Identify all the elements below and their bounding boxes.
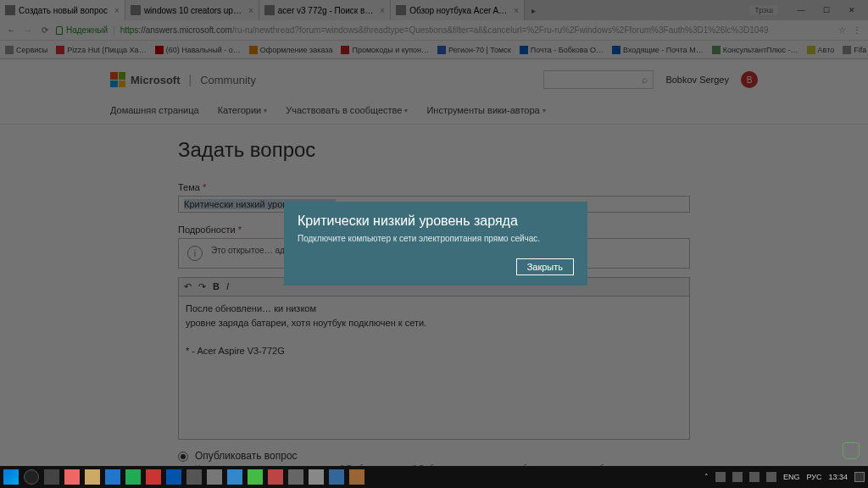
taskview-icon[interactable] bbox=[44, 469, 59, 485]
taskbar-app-icon[interactable] bbox=[125, 469, 141, 485]
taskbar-app-icon[interactable] bbox=[268, 469, 283, 485]
system-tray: ˄ ENG РУС 13:34 bbox=[704, 472, 865, 482]
toast-body: Подключите компьютер к сети электропитан… bbox=[298, 234, 574, 243]
windows-taskbar: ˄ ENG РУС 13:34 bbox=[0, 466, 868, 488]
tray-lang[interactable]: ENG bbox=[783, 473, 800, 481]
taskbar-app-icon[interactable] bbox=[288, 469, 303, 485]
taskbar-app-icon[interactable] bbox=[64, 469, 80, 485]
start-button[interactable] bbox=[3, 469, 19, 485]
taskbar-app-icon[interactable] bbox=[309, 469, 324, 485]
taskbar-app-icon[interactable] bbox=[248, 469, 263, 485]
network-icon[interactable] bbox=[749, 472, 760, 482]
taskbar-app-icon[interactable] bbox=[105, 469, 120, 485]
taskbar-app-icon[interactable] bbox=[349, 469, 364, 485]
toast-title: Критически низкий уровень заряда bbox=[298, 214, 574, 229]
tray-icon[interactable] bbox=[732, 472, 743, 482]
search-taskbar-icon[interactable] bbox=[24, 469, 39, 485]
battery-critical-toast: Критически низкий уровень заряда Подключ… bbox=[284, 202, 587, 286]
tray-icon[interactable] bbox=[715, 472, 726, 482]
tray-clock[interactable]: 13:34 bbox=[828, 473, 848, 481]
taskbar-app-icon[interactable] bbox=[85, 469, 100, 485]
tray-lang[interactable]: РУС bbox=[806, 473, 821, 481]
taskbar-app-icon[interactable] bbox=[329, 469, 344, 485]
taskbar-app-icon[interactable] bbox=[186, 469, 202, 485]
taskbar-app-icon[interactable] bbox=[207, 469, 222, 485]
action-center-icon[interactable] bbox=[854, 472, 865, 482]
toast-close-button[interactable]: Закрыть bbox=[516, 258, 574, 275]
taskbar-app-icon[interactable] bbox=[146, 469, 161, 485]
taskbar-app-icon[interactable] bbox=[227, 469, 242, 485]
trust-shield-icon[interactable] bbox=[843, 442, 860, 459]
tray-chevron-icon[interactable]: ˄ bbox=[704, 473, 709, 481]
volume-icon[interactable] bbox=[766, 472, 776, 482]
taskbar-app-icon[interactable] bbox=[166, 469, 181, 485]
